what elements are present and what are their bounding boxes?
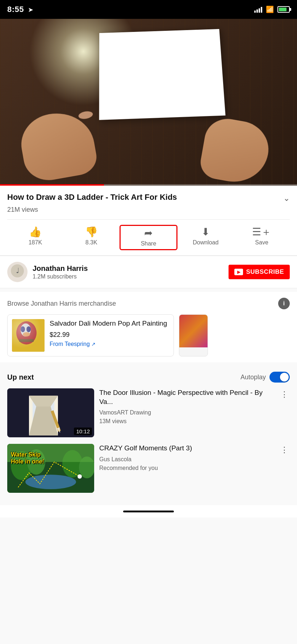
svg-text:♩: ♩ [16, 267, 19, 274]
merch-header: Browse Jonathan Harris merchandise i [7, 298, 290, 309]
save-button[interactable]: ☰＋ Save [234, 225, 290, 250]
video-card-2[interactable]: Water SkipHole in one! CRAZY Golf Moment… [7, 444, 290, 493]
svg-point-3 [16, 321, 37, 344]
youtube-logo-icon [234, 269, 243, 275]
video-views: 21M views [7, 206, 290, 214]
subscribe-label: SUBSCRIBE [246, 268, 284, 276]
more-options-1[interactable]: ⋮ [279, 388, 290, 401]
video-overlay-text: Water SkipHole in one! [11, 451, 44, 465]
share-label: Share [141, 240, 156, 247]
svg-rect-9 [12, 319, 45, 352]
merch-scroll[interactable]: Salvador Dali Modern Pop Art Painting $2… [7, 314, 290, 356]
svg-rect-2 [12, 319, 45, 352]
subscribe-button[interactable]: SUBSCRIBE [229, 265, 290, 279]
video-thumb-1: 10:12 [7, 388, 94, 437]
save-label: Save [255, 239, 268, 246]
share-button[interactable]: ➦ Share [120, 225, 178, 250]
download-label: Download [193, 239, 218, 246]
dislike-count: 8.3K [85, 239, 97, 246]
merch-card-partial[interactable] [179, 314, 208, 356]
home-bar [123, 511, 174, 512]
video-card-title-2: CRAZY Golf Moments (Part 3) [99, 444, 274, 453]
download-button[interactable]: ⬇ Download [177, 225, 234, 250]
upnext-header: Up next Autoplay [7, 372, 290, 383]
external-link-icon: ↗ [91, 341, 96, 347]
battery-icon [277, 6, 290, 13]
location-icon: ➤ [28, 6, 33, 13]
merch-price-1: $22.99 [50, 331, 169, 339]
info-icon[interactable]: i [278, 298, 290, 309]
video-player[interactable] [0, 19, 297, 186]
merch-details-1: Salvador Dali Modern Pop Art Painting $2… [50, 319, 169, 347]
video-duration-1: 10:12 [74, 428, 92, 435]
status-icons: 📶 [254, 5, 290, 13]
upnext-label: Up next [7, 373, 34, 381]
like-icon: 👍 [29, 227, 42, 237]
dislike-icon: 👎 [85, 227, 98, 237]
svg-point-4 [21, 323, 31, 337]
dislike-button[interactable]: 👎 8.3K [63, 225, 120, 250]
like-count: 187K [29, 239, 42, 246]
merch-name-1: Salvador Dali Modern Pop Art Painting [50, 319, 169, 328]
video-title: How to Draw a 3D Ladder - Trick Art For … [7, 192, 283, 203]
video-card-meta-1: VamosART Drawing 13M views [99, 408, 274, 426]
video-progress-fill [0, 184, 104, 186]
video-card-title-1: The Door Illusion - Magic Perspective wi… [99, 388, 274, 406]
toggle-knob [280, 373, 289, 381]
video-card-meta-2: Gus Lascola Recommended for you [99, 455, 274, 472]
download-icon: ⬇ [201, 227, 210, 237]
video-info-section: How to Draw a 3D Ladder - Trick Art For … [0, 186, 297, 256]
video-card-1[interactable]: 10:12 The Door Illusion - Magic Perspect… [7, 388, 290, 437]
merch-title: Browse Jonathan Harris merchandise [7, 300, 116, 307]
video-card-info-2: CRAZY Golf Moments (Part 3) Gus Lascola … [99, 444, 274, 472]
merch-partial-image [179, 315, 208, 347]
svg-point-24 [78, 474, 82, 479]
channel-avatar: ♩ [7, 262, 28, 282]
like-button[interactable]: 👍 187K [7, 225, 63, 250]
merch-source-1[interactable]: From Teespring ↗ [50, 341, 169, 347]
status-time: 8:55 [7, 5, 24, 14]
autoplay-toggle[interactable] [269, 372, 290, 383]
save-icon: ☰＋ [252, 227, 271, 237]
more-options-2[interactable]: ⋮ [279, 444, 290, 456]
home-indicator [0, 505, 297, 517]
status-bar: 8:55 ➤ 📶 [0, 0, 297, 19]
svg-point-8 [23, 332, 30, 337]
autoplay-row: Autoplay [240, 372, 290, 383]
channel-name: Jonathan Harris [33, 264, 229, 273]
merch-section: Browse Jonathan Harris merchandise i Sal… [0, 292, 297, 362]
upnext-section: Up next Autoplay [0, 366, 297, 505]
channel-row[interactable]: ♩ Jonathan Harris 1.2M subscribers SUBSC… [0, 256, 297, 288]
channel-subscribers: 1.2M subscribers [33, 273, 229, 280]
avatar-icon: ♩ [11, 264, 24, 280]
channel-info: Jonathan Harris 1.2M subscribers [33, 264, 229, 280]
svg-point-5 [21, 326, 25, 332]
merch-card-1[interactable]: Salvador Dali Modern Pop Art Painting $2… [7, 314, 174, 356]
merch-image-1 [12, 319, 45, 352]
wifi-icon: 📶 [266, 5, 274, 13]
svg-point-6 [26, 326, 31, 332]
video-thumb-2: Water SkipHole in one! [7, 444, 94, 493]
video-progress-bar[interactable] [0, 184, 297, 186]
video-card-info-1: The Door Illusion - Magic Perspective wi… [99, 388, 274, 426]
status-left: 8:55 ➤ [7, 5, 33, 14]
share-icon: ➦ [144, 228, 152, 238]
svg-rect-7 [19, 339, 34, 342]
signal-icon [254, 6, 262, 13]
autoplay-label: Autoplay [240, 373, 266, 381]
chevron-down-icon[interactable]: ⌄ [283, 194, 290, 203]
action-buttons: 👍 187K 👎 8.3K ➦ Share ⬇ Download ☰＋ Save [7, 219, 290, 250]
